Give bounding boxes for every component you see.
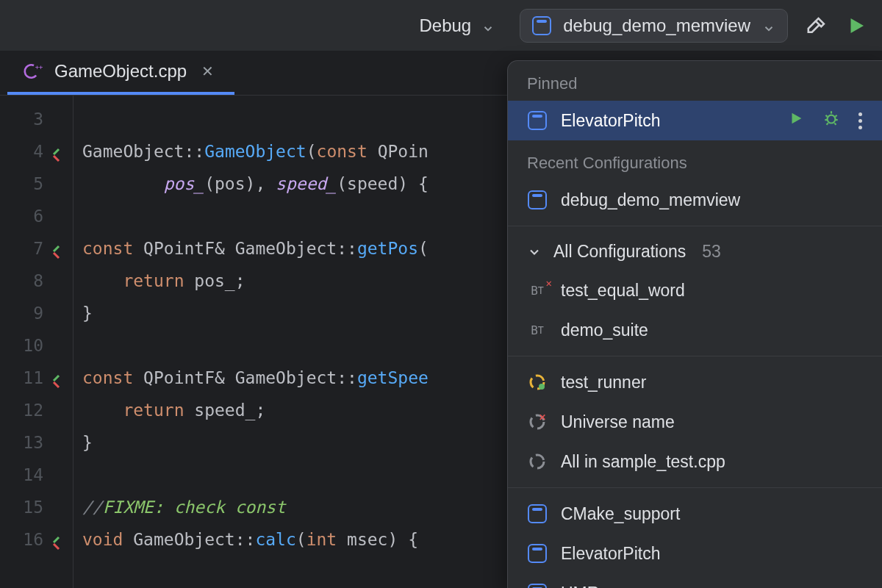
cpp-file-icon: ++ bbox=[24, 61, 44, 82]
config-item[interactable]: BT✕ test_equal_word bbox=[508, 270, 882, 310]
line-number: 9 bbox=[0, 297, 73, 329]
svg-point-2 bbox=[828, 115, 836, 123]
config-label: test_runner bbox=[561, 373, 869, 392]
all-configurations-toggle[interactable]: All Configurations 53 bbox=[508, 232, 882, 270]
pinned-section-label: Pinned bbox=[508, 61, 882, 101]
vcs-change-icon bbox=[51, 531, 68, 548]
config-label: ElevatorPitch bbox=[561, 544, 869, 564]
line-number: 8 bbox=[0, 265, 73, 297]
boost-test-icon: BT✕ bbox=[527, 280, 548, 301]
config-item[interactable]: BT demo_suite bbox=[508, 310, 882, 350]
application-icon bbox=[528, 190, 547, 209]
run-play-icon[interactable] bbox=[845, 15, 867, 37]
config-label: All in sample_test.cpp bbox=[561, 452, 869, 472]
svg-text:✕: ✕ bbox=[539, 413, 546, 423]
line-number: 12 bbox=[0, 394, 73, 426]
config-label: demo_suite bbox=[561, 320, 869, 340]
gtest-icon: ✕ bbox=[527, 412, 548, 432]
config-item-actions bbox=[788, 109, 869, 132]
svg-point-7 bbox=[531, 455, 544, 468]
line-number: 4 bbox=[0, 135, 73, 168]
config-item[interactable]: ElevatorPitch bbox=[508, 534, 882, 573]
config-label: Universe name bbox=[561, 412, 869, 432]
gtest-icon bbox=[527, 451, 548, 472]
tab-filename: GameObject.cpp bbox=[54, 61, 187, 82]
line-gutter: 3 4 5 6 7 8 9 10 11 12 13 14 15 16 bbox=[0, 96, 74, 588]
config-item[interactable]: test_runner bbox=[508, 362, 882, 402]
svg-point-4 bbox=[539, 384, 545, 390]
all-config-count: 53 bbox=[702, 242, 721, 262]
vcs-change-icon bbox=[51, 240, 68, 257]
config-item[interactable]: CMake_support bbox=[508, 494, 882, 534]
all-config-label: All Configurations bbox=[553, 242, 686, 262]
config-label: CMake_support bbox=[561, 504, 869, 524]
config-label: UMR bbox=[561, 584, 869, 589]
close-icon[interactable]: ✕ bbox=[197, 62, 218, 80]
chevron-down-icon bbox=[527, 244, 542, 259]
line-number: 5 bbox=[0, 168, 73, 200]
line-number: 11 bbox=[0, 362, 73, 394]
config-item[interactable]: ✕ Universe name bbox=[508, 402, 882, 442]
recent-section-label: Recent Configurations bbox=[508, 140, 882, 180]
line-number: 16 bbox=[0, 523, 73, 556]
divider bbox=[508, 487, 882, 488]
application-icon bbox=[528, 544, 547, 563]
config-item-elevatorpitch[interactable]: ElevatorPitch bbox=[508, 101, 882, 140]
divider bbox=[508, 226, 882, 226]
application-icon bbox=[532, 16, 551, 35]
application-icon bbox=[528, 584, 547, 588]
line-number: 3 bbox=[0, 103, 73, 135]
line-number: 14 bbox=[0, 459, 73, 491]
tab-gameobject[interactable]: ++ GameObject.cpp ✕ bbox=[7, 51, 234, 95]
run-play-icon[interactable] bbox=[788, 110, 804, 131]
vcs-change-icon bbox=[51, 143, 68, 160]
svg-text:++: ++ bbox=[35, 63, 43, 71]
vcs-change-icon bbox=[51, 369, 68, 387]
gtest-icon bbox=[527, 372, 548, 392]
line-number: 7 bbox=[0, 232, 73, 265]
line-number: 13 bbox=[0, 426, 73, 459]
divider bbox=[508, 356, 882, 356]
application-icon bbox=[528, 504, 547, 523]
build-hammer-icon[interactable] bbox=[806, 15, 828, 37]
config-label: test_equal_word bbox=[561, 281, 869, 301]
config-item[interactable]: UMR bbox=[508, 573, 882, 588]
main-toolbar: Debug debug_demo_memview bbox=[0, 0, 882, 51]
build-config-label: Debug bbox=[419, 15, 471, 36]
boost-test-icon: BT bbox=[527, 320, 548, 340]
config-item-debug-demo-memview[interactable]: debug_demo_memview bbox=[508, 180, 882, 220]
run-config-label: debug_demo_memview bbox=[563, 15, 750, 36]
application-icon bbox=[528, 111, 547, 130]
config-item[interactable]: All in sample_test.cpp bbox=[508, 442, 882, 481]
chevron-down-icon bbox=[481, 19, 495, 32]
config-label: debug_demo_memview bbox=[561, 190, 869, 210]
more-icon[interactable] bbox=[858, 112, 869, 129]
debug-bug-icon[interactable] bbox=[822, 109, 841, 132]
config-label: ElevatorPitch bbox=[561, 111, 775, 131]
chevron-down-icon bbox=[762, 19, 775, 32]
run-config-selector[interactable]: debug_demo_memview bbox=[520, 9, 788, 43]
run-config-dropdown: Pinned ElevatorPitch Recent Configuratio… bbox=[507, 60, 882, 588]
build-config-selector[interactable]: Debug bbox=[412, 11, 502, 40]
line-number: 6 bbox=[0, 200, 73, 232]
line-number: 10 bbox=[0, 329, 73, 362]
line-number: 15 bbox=[0, 491, 73, 523]
